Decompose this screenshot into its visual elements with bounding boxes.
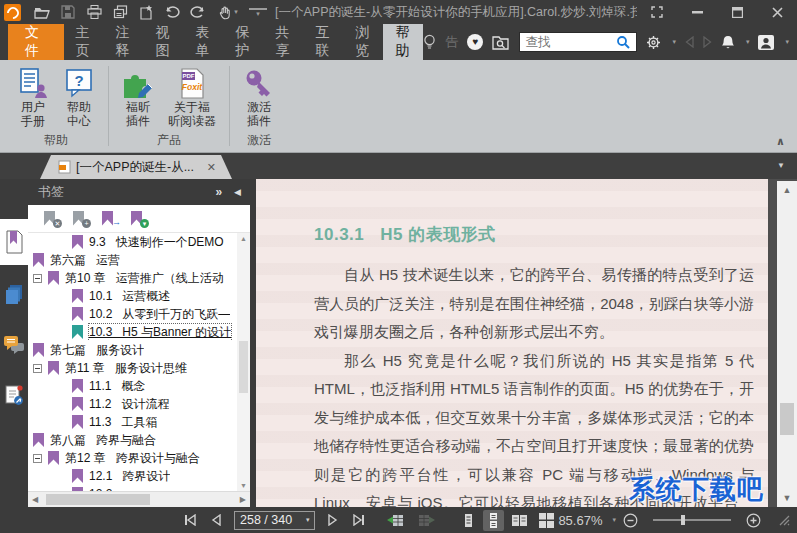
notifications-bell-icon[interactable] [721, 35, 735, 50]
panel-collapse-icon[interactable]: ◀ [234, 187, 241, 197]
bookmark-item[interactable]: 10.3 H5 与Banner 的设计 [28, 323, 250, 341]
undo-icon[interactable] [163, 3, 181, 21]
bookmarks-panel-icon[interactable] [0, 219, 28, 265]
previous-view-icon[interactable] [380, 507, 411, 533]
ad-badge[interactable]: 告 [445, 33, 458, 51]
bookmark-item[interactable]: 第六篇 运营 [28, 251, 250, 269]
last-page-icon[interactable] [345, 507, 373, 533]
scrollbar-thumb[interactable] [780, 403, 794, 435]
bookmark-item[interactable]: 第八篇 跨界与融合 [28, 431, 250, 449]
activate-plugin-button[interactable]: 激活 插件 [236, 64, 282, 130]
page-number-value[interactable]: 258 / 340 [240, 513, 304, 527]
notifications-caret-icon[interactable]: ▾ [746, 38, 750, 46]
bookmark-item[interactable]: 9.3 快速制作一个DEMO [28, 233, 250, 251]
facing-view-icon[interactable] [508, 510, 531, 531]
panel-more-icon[interactable]: » [215, 185, 222, 199]
ribbon-tab[interactable]: 表单 [183, 24, 223, 60]
fullscreen-icon[interactable] [637, 0, 677, 24]
single-page-view-icon[interactable] [458, 510, 479, 531]
app-logo-icon[interactable] [4, 4, 21, 21]
bookmark-item[interactable]: 11.1 概念 [28, 377, 250, 395]
zoom-in-icon[interactable] [739, 507, 768, 533]
redo-icon[interactable] [189, 3, 207, 21]
next-page-icon[interactable] [321, 507, 345, 533]
zoom-slider-handle[interactable] [681, 515, 685, 525]
add-bookmark-icon[interactable]: + [73, 211, 89, 227]
scrollbar-thumb[interactable] [46, 494, 150, 505]
previous-page-icon[interactable] [204, 507, 228, 533]
scroll-left-icon[interactable]: ◀ [32, 495, 38, 504]
ribbon-tab[interactable]: 浏览 [343, 24, 383, 60]
help-center-button[interactable]: ? 帮助 中心 [56, 64, 102, 130]
next-view-icon[interactable] [411, 507, 442, 533]
zoom-level-value[interactable]: 85.67% [558, 513, 602, 528]
zoom-out-icon[interactable] [616, 507, 645, 533]
save-icon[interactable] [59, 3, 77, 21]
document-tab-close-icon[interactable]: ✕ [207, 161, 216, 174]
history-forward-icon[interactable] [703, 36, 712, 48]
user-manual-button[interactable]: 用户 手册 [10, 64, 56, 130]
new-document-icon[interactable] [137, 3, 155, 21]
customize-toolbar-icon[interactable]: ▾ [249, 8, 267, 16]
favorite-heart-icon[interactable]: ♥ [467, 34, 483, 50]
scroll-right-icon[interactable]: ▶ [240, 495, 246, 504]
ribbon-tab[interactable]: 主页 [64, 24, 104, 60]
maximize-icon[interactable] [717, 0, 757, 24]
bookmarks-vertical-scrollbar[interactable]: ▲ ▼ [237, 233, 250, 491]
ribbon-tab[interactable]: 共享 [263, 24, 303, 60]
scroll-down-icon[interactable]: ▼ [783, 493, 792, 503]
duplicate-view-icon[interactable] [111, 3, 129, 21]
account-user-icon[interactable] [758, 35, 774, 50]
bookmark-item[interactable]: 第12 章 跨界设计与融合 [28, 449, 250, 467]
tab-list-icon[interactable]: ▼ [777, 161, 785, 170]
collapse-box-icon[interactable] [33, 454, 42, 463]
scroll-up-icon[interactable]: ▲ [783, 185, 792, 195]
hand-tool-caret-icon[interactable]: ▾ [234, 8, 238, 16]
bookmark-item[interactable]: 12.1 跨界设计 [28, 467, 250, 485]
collapse-box-icon[interactable] [33, 364, 42, 373]
search-folder-icon[interactable] [492, 35, 510, 50]
settings-gear-icon[interactable] [646, 35, 661, 50]
print-icon[interactable] [85, 3, 103, 21]
assistant-bulb-icon[interactable] [423, 34, 436, 50]
comments-panel-icon[interactable] [0, 325, 28, 365]
page-thumbnails-icon[interactable] [0, 275, 28, 315]
bookmark-item[interactable]: 第10 章 运营推广（线上活动 [28, 269, 250, 287]
ribbon-tab[interactable]: 保护 [223, 24, 263, 60]
bookmark-item[interactable]: 11.2 设计流程 [28, 395, 250, 413]
delete-bookmark-icon[interactable]: ✕ [44, 211, 60, 227]
document-page[interactable]: 10.3.1H5 的表现形式 自从 H5 技术诞生以来，它的跨平台、易传播的特点… [256, 179, 768, 507]
resize-grip[interactable] [778, 514, 790, 526]
continuous-view-icon[interactable] [483, 510, 504, 531]
document-tab[interactable]: [一个APP的诞生-从... ✕ [40, 155, 232, 179]
continuous-facing-view-icon[interactable] [535, 510, 558, 531]
scroll-up-icon[interactable]: ▲ [240, 235, 247, 242]
document-vertical-scrollbar[interactable]: ▲ ▼ [777, 181, 797, 507]
tab-file[interactable]: 文件 [8, 24, 64, 60]
bookmark-item[interactable]: 11.3 工具箱 [28, 413, 250, 431]
scroll-down-icon[interactable]: ▼ [240, 482, 247, 489]
hand-tool-icon[interactable]: ▾ [215, 3, 241, 21]
bookmark-item[interactable]: 10.2 从零到千万的飞跃— [28, 305, 250, 323]
foxit-plugin-button[interactable]: 福昕 插件 [115, 64, 161, 130]
bookmarks-horizontal-scrollbar[interactable]: ◀ ▶ [28, 491, 250, 507]
first-page-icon[interactable] [176, 507, 204, 533]
about-foxit-reader-button[interactable]: PDFFoxit 关于福 昕阅读器 [161, 64, 223, 130]
minimize-icon[interactable] [677, 0, 717, 24]
ribbon-tab[interactable]: 帮助 [383, 24, 423, 60]
find-magnifier-icon[interactable] [612, 35, 634, 49]
locate-bookmark-icon[interactable]: → [102, 211, 118, 227]
connected-pdf-icon[interactable] [0, 375, 28, 415]
ribbon-tab[interactable]: 互联 [303, 24, 343, 60]
find-input[interactable] [520, 33, 612, 51]
page-field-caret-icon[interactable]: ▾ [306, 516, 310, 524]
collapse-ribbon-icon[interactable]: ∧ [776, 135, 785, 148]
close-icon[interactable] [757, 0, 797, 24]
settings-caret-icon[interactable]: ▾ [672, 38, 676, 46]
scrollbar-thumb[interactable] [239, 341, 248, 393]
zoom-slider[interactable] [653, 519, 731, 521]
open-file-icon[interactable] [33, 3, 51, 21]
account-caret-icon[interactable]: ▾ [785, 38, 789, 46]
bookmark-item[interactable]: 第11 章 服务设计思维 [28, 359, 250, 377]
ribbon-tab[interactable]: 视图 [144, 24, 184, 60]
